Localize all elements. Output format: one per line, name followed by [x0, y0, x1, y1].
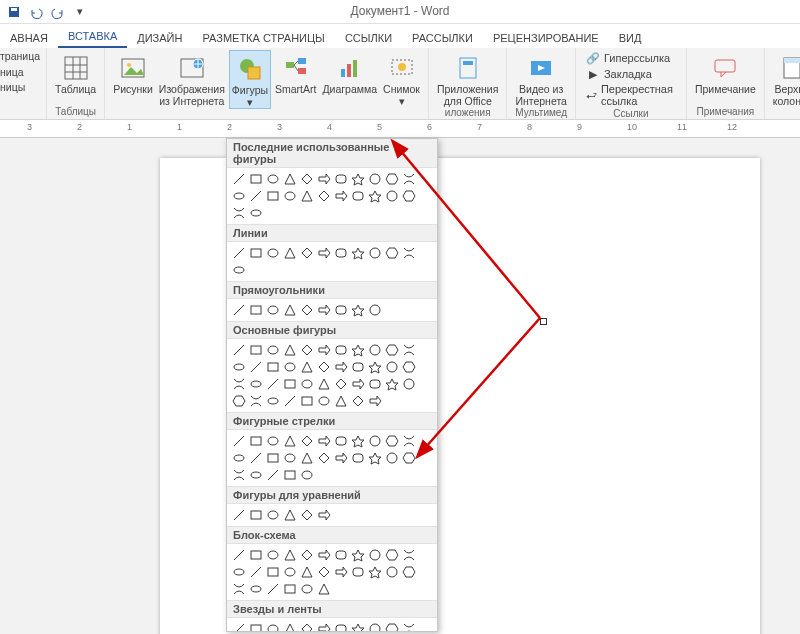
online-video-label: Видео из Интернета: [515, 84, 567, 107]
table-button[interactable]: Таблица: [53, 50, 98, 96]
window-title: Документ1 - Word: [350, 4, 449, 18]
group-apps: Приложения для Office иложения: [429, 48, 507, 119]
office-apps-button[interactable]: Приложения для Office: [435, 50, 500, 107]
svg-rect-1: [11, 8, 17, 11]
group-media-label: Мультимед: [515, 107, 567, 120]
group-comments: Примечание Примечания: [687, 48, 765, 119]
ruler-tick: 7: [477, 122, 482, 132]
ruler-tick: 2: [227, 122, 232, 132]
ribbon-tabs: АВНАЯ ВСТАВКА ДИЗАЙН РАЗМЕТКА СТРАНИЦЫ С…: [0, 24, 800, 48]
qat-customize-icon[interactable]: ▾: [70, 3, 90, 21]
header-icon: [776, 52, 800, 84]
tab-design[interactable]: ДИЗАЙН: [127, 27, 192, 48]
smartart-button[interactable]: SmartArt: [273, 50, 318, 96]
quick-access-toolbar: ▾: [0, 1, 94, 23]
tab-references[interactable]: ССЫЛКИ: [335, 27, 402, 48]
annotation-arrow-1: [0, 138, 800, 634]
svg-rect-26: [784, 58, 800, 63]
ruler-tick: 6: [427, 122, 432, 132]
table-label: Таблица: [55, 84, 96, 96]
online-pictures-button[interactable]: Изображения из Интернета: [157, 50, 227, 107]
office-apps-label: Приложения для Office: [437, 84, 498, 107]
screenshot-icon: [386, 52, 418, 84]
ruler-tick: 3: [277, 122, 282, 132]
svg-rect-14: [298, 58, 306, 64]
save-icon[interactable]: [4, 3, 24, 21]
chart-button[interactable]: Диаграмма: [320, 50, 379, 96]
pictures-icon: [117, 52, 149, 84]
ruler-tick: 2: [77, 122, 82, 132]
ruler-tick: 1: [177, 122, 182, 132]
online-pictures-icon: [176, 52, 208, 84]
video-icon: [525, 52, 557, 84]
svg-rect-12: [248, 67, 260, 79]
svg-point-20: [398, 63, 406, 71]
bookmark-button[interactable]: ▶Закладка: [582, 66, 656, 82]
comment-label: Примечание: [695, 84, 756, 96]
table-icon: [60, 52, 92, 84]
svg-rect-24: [715, 60, 735, 72]
ruler-tick: 8: [527, 122, 532, 132]
document-workspace: Последние использованные фигуры Линии Пр…: [0, 138, 800, 634]
comment-button[interactable]: Примечание: [693, 50, 758, 96]
chart-label: Диаграмма: [322, 84, 377, 96]
pictures-button[interactable]: Рисунки: [111, 50, 155, 96]
svg-point-8: [127, 63, 131, 67]
svg-line-113: [400, 150, 540, 318]
ruler-tick: 5: [377, 122, 382, 132]
svg-line-114: [425, 318, 540, 448]
tab-view[interactable]: ВИД: [609, 27, 652, 48]
screenshot-button[interactable]: Снимок▾: [381, 50, 422, 107]
title-bar: ▾ Документ1 - Word: [0, 0, 800, 24]
ruler-tick: 4: [327, 122, 332, 132]
ruler-tick: 10: [627, 122, 637, 132]
shapes-icon: [234, 53, 266, 85]
chart-icon: [334, 52, 366, 84]
screenshot-label: Снимок▾: [383, 84, 420, 107]
svg-rect-17: [347, 64, 351, 77]
group-comments-label: Примечания: [696, 106, 754, 119]
group-tables-label: Таблицы: [55, 106, 96, 119]
group-media: Видео из Интернета Мультимед: [507, 48, 576, 119]
apps-icon: [452, 52, 484, 84]
tab-home[interactable]: АВНАЯ: [0, 27, 58, 48]
ribbon: траница ница ницы Таблица Таблицы Рисунк…: [0, 48, 800, 120]
group-illustrations: Рисунки Изображения из Интернета Фигуры▾…: [105, 48, 429, 119]
shapes-button[interactable]: Фигуры▾: [229, 50, 271, 109]
comment-icon: [709, 52, 741, 84]
ruler-tick: 1: [127, 122, 132, 132]
horizontal-ruler[interactable]: 321123456789101112: [0, 120, 800, 138]
svg-rect-22: [463, 61, 473, 65]
online-video-button[interactable]: Видео из Интернета: [513, 50, 569, 107]
svg-rect-16: [341, 69, 345, 77]
crossref-button[interactable]: ⮐Перекрестная ссылка: [582, 82, 680, 108]
tab-insert[interactable]: ВСТАВКА: [58, 25, 127, 48]
smartart-icon: [280, 52, 312, 84]
tab-layout[interactable]: РАЗМЕТКА СТРАНИЦЫ: [192, 27, 334, 48]
tab-review[interactable]: РЕЦЕНЗИРОВАНИЕ: [483, 27, 609, 48]
svg-rect-15: [298, 68, 306, 74]
hyperlink-button[interactable]: 🔗Гиперссылка: [582, 50, 674, 66]
undo-icon[interactable]: [26, 3, 46, 21]
svg-rect-18: [353, 60, 357, 77]
pages-label-3: ницы: [0, 81, 25, 95]
smartart-label: SmartArt: [275, 84, 316, 96]
pages-label-1: траница: [0, 50, 40, 64]
pages-label-2: ница: [0, 66, 24, 80]
hyperlink-icon: 🔗: [586, 51, 600, 65]
header-button[interactable]: Верхни колонти: [771, 50, 800, 107]
tab-mailings[interactable]: РАССЫЛКИ: [402, 27, 483, 48]
ruler-tick: 12: [727, 122, 737, 132]
ruler-tick: 9: [577, 122, 582, 132]
redo-icon[interactable]: [48, 3, 68, 21]
group-tables: Таблица Таблицы: [47, 48, 105, 119]
shapes-label: Фигуры▾: [232, 85, 268, 108]
svg-rect-2: [65, 57, 87, 79]
group-pages: траница ница ницы: [0, 48, 47, 119]
header-label: Верхни колонти: [773, 84, 800, 107]
group-links: 🔗Гиперссылка ▶Закладка ⮐Перекрестная ссы…: [576, 48, 687, 119]
ruler-tick: 11: [677, 122, 687, 132]
group-header: Верхни колонти: [765, 48, 800, 119]
ruler-tick: 3: [27, 122, 32, 132]
group-apps-label: иложения: [445, 107, 491, 120]
